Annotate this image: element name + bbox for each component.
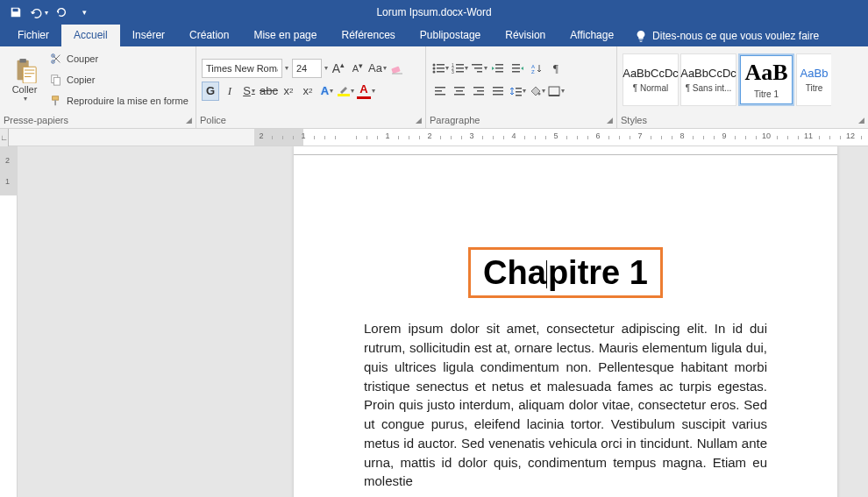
document-body-text[interactable]: Lorem ipsum dolor sit amet, consectetur …	[364, 319, 767, 491]
save-button[interactable]	[5, 2, 26, 23]
svg-rect-8	[54, 100, 56, 105]
tab-affichage[interactable]: Affichage	[558, 25, 626, 46]
svg-rect-30	[512, 71, 520, 73]
document-heading[interactable]: Chapitre 1	[468, 247, 663, 298]
app-name: Word	[466, 6, 491, 18]
align-left-button[interactable]	[431, 82, 449, 101]
lightbulb-icon	[635, 30, 647, 42]
italic-button[interactable]: I	[221, 82, 238, 101]
title-bar: ▾ ▾ Lorum Ipsum.docx - Word	[0, 0, 868, 25]
svg-rect-41	[473, 94, 484, 96]
superscript-button[interactable]: x2	[299, 82, 317, 101]
svg-rect-23	[474, 67, 482, 69]
svg-rect-9	[391, 66, 401, 74]
svg-rect-42	[493, 87, 503, 89]
bullet-list-icon	[432, 63, 445, 74]
highlighter-icon	[338, 85, 349, 94]
increase-indent-button[interactable]	[509, 59, 526, 78]
undo-button[interactable]: ▾	[28, 2, 49, 23]
font-dialog-launcher[interactable]: ◢	[416, 116, 422, 124]
decrease-indent-button[interactable]	[489, 59, 507, 78]
show-marks-button[interactable]: ¶	[547, 59, 565, 78]
align-right-button[interactable]	[470, 82, 487, 101]
font-size-input[interactable]	[292, 59, 322, 78]
font-size-dropdown[interactable]: ▾	[324, 64, 328, 72]
svg-rect-24	[477, 71, 482, 73]
svg-rect-47	[516, 95, 522, 96]
document-area: 2 1 Chapitre 1 Lorem ipsum dolor sit ame…	[0, 146, 868, 497]
clear-formatting-button[interactable]	[388, 59, 406, 78]
highlight-button[interactable]: ▾	[338, 82, 355, 101]
tab-mise-en-page[interactable]: Mise en page	[241, 25, 329, 46]
copy-button[interactable]: Copier	[47, 70, 190, 89]
text-effects-button[interactable]: A▾	[318, 82, 336, 101]
align-left-icon	[434, 86, 446, 96]
tab-creation[interactable]: Création	[177, 25, 241, 46]
style-sans-interligne[interactable]: AaBbCcDc ¶ Sans int...	[680, 53, 736, 106]
cut-button[interactable]: Couper	[47, 49, 190, 68]
font-name-input[interactable]	[202, 59, 282, 78]
clipboard-dialog-launcher[interactable]: ◢	[186, 116, 192, 124]
svg-rect-28	[512, 64, 520, 66]
ribbon: Coller ▾ Couper Copier Reproduire la mis…	[0, 46, 868, 129]
paragraph-dialog-launcher[interactable]: ◢	[607, 116, 613, 124]
tab-fichier[interactable]: Fichier	[5, 25, 61, 46]
multilevel-list-button[interactable]: ▾	[470, 59, 487, 78]
shrink-font-button[interactable]: A▾	[349, 59, 366, 78]
svg-rect-36	[454, 87, 465, 89]
horizontal-ruler[interactable]: 21123456789101112	[9, 129, 868, 146]
style-titre-1[interactable]: AaB Titre 1	[738, 53, 794, 106]
quick-access-toolbar: ▾ ▾	[0, 2, 100, 23]
tab-selector[interactable]: ∟	[0, 129, 9, 146]
tab-publipostage[interactable]: Publipostage	[408, 25, 493, 46]
change-case-button[interactable]: Aa▾	[368, 59, 387, 78]
redo-button[interactable]	[51, 2, 72, 23]
underline-button[interactable]: S▾	[240, 82, 258, 101]
subscript-button[interactable]: x2	[280, 82, 297, 101]
qat-customize-button[interactable]: ▾	[74, 2, 95, 23]
bold-button[interactable]: G	[202, 82, 219, 101]
sort-button[interactable]: AZ	[528, 59, 545, 78]
tab-accueil[interactable]: Accueil	[61, 25, 120, 46]
svg-point-14	[432, 70, 435, 73]
borders-button[interactable]: ▾	[547, 82, 565, 101]
style-titre[interactable]: AaBb Titre	[796, 53, 831, 106]
svg-rect-13	[437, 67, 445, 69]
line-spacing-button[interactable]: ▾	[509, 82, 526, 101]
group-font: ▾ ▾ A▴ A▾ Aa▾ G I S▾ abc x2 x2 A▾ ▾ A▾	[196, 46, 426, 128]
svg-rect-38	[454, 94, 465, 96]
justify-button[interactable]	[489, 82, 507, 101]
svg-rect-34	[435, 90, 442, 92]
svg-rect-37	[456, 90, 463, 92]
strike-button[interactable]: abc	[260, 82, 278, 101]
styles-dialog-launcher[interactable]: ◢	[858, 116, 864, 124]
svg-point-48	[537, 92, 540, 95]
tab-inserer[interactable]: Insérer	[120, 25, 177, 46]
indent-icon	[511, 63, 523, 74]
svg-rect-40	[477, 90, 484, 92]
tab-references[interactable]: Références	[329, 25, 407, 46]
group-paragraph: ▾ 123▾ ▾ AZ ¶ ▾ ▾ ▾ Paragraphe◢	[426, 46, 617, 128]
align-right-icon	[473, 86, 485, 96]
svg-rect-44	[493, 94, 503, 96]
bucket-icon	[529, 86, 541, 96]
paste-button[interactable]: Coller ▾	[5, 49, 44, 110]
format-painter-button[interactable]: Reproduire la mise en forme	[47, 91, 190, 110]
tell-me-box[interactable]: Dites-nous ce que vous voulez faire	[626, 25, 828, 46]
grow-font-button[interactable]: A▴	[330, 59, 347, 78]
window-title: Lorum Ipsum.docx - Word	[376, 0, 491, 25]
svg-rect-29	[512, 67, 520, 69]
tab-revision[interactable]: Révision	[493, 25, 558, 46]
bullets-button[interactable]: ▾	[431, 59, 449, 78]
shading-button[interactable]: ▾	[528, 82, 545, 101]
font-color-button[interactable]: A▾	[357, 82, 375, 101]
svg-rect-17	[456, 64, 464, 66]
document-page[interactable]: Chapitre 1 Lorem ipsum dolor sit amet, c…	[294, 146, 837, 497]
svg-point-10	[432, 63, 435, 66]
scissors-icon	[49, 52, 63, 66]
align-center-button[interactable]	[451, 82, 468, 101]
numbering-button[interactable]: 123▾	[451, 59, 468, 78]
style-normal[interactable]: AaBbCcDc ¶ Normal	[623, 53, 679, 106]
vertical-ruler[interactable]: 2 1	[0, 146, 18, 497]
font-name-dropdown[interactable]: ▾	[285, 64, 288, 72]
